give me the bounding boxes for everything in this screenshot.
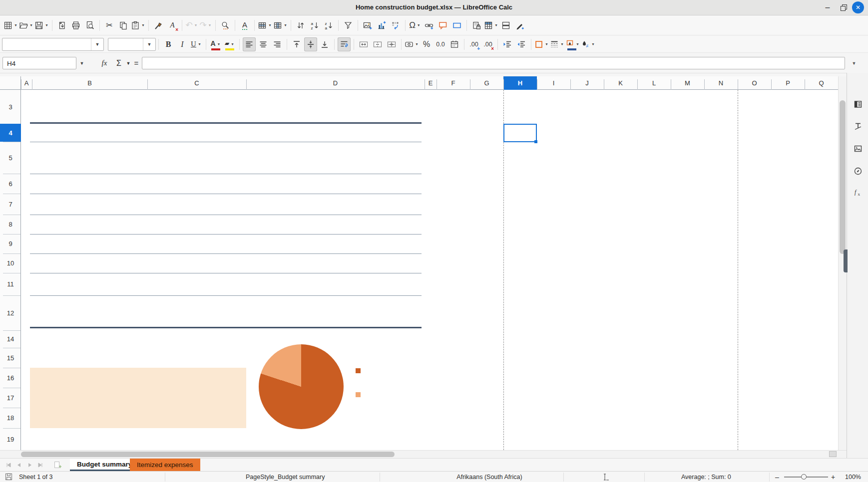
font-color-dropdown-icon[interactable]: ▾ [217,42,221,46]
special-character-button[interactable]: Ω▾ [409,18,422,32]
close-button[interactable]: ✕ [852,1,864,13]
sidebar-hide-grip[interactable] [844,249,848,272]
autofilter-button[interactable] [342,18,355,32]
bold-button[interactable]: B [162,37,175,51]
highlight-color-dropdown-icon[interactable]: ▾ [230,42,235,46]
export-pdf-button[interactable] [55,18,68,32]
redo-button[interactable]: ↷▾ [199,18,212,32]
redo-dropdown-icon[interactable]: ▾ [208,23,212,27]
column-header-G[interactable]: G [470,76,503,90]
merge-cells-button[interactable] [371,37,384,51]
column-button[interactable]: ▾ [273,18,288,32]
column-boundary[interactable] [704,79,705,90]
background-color-dropdown-icon[interactable]: ▾ [575,42,580,46]
new-dropdown-icon[interactable]: ▾ [13,23,18,27]
sort-button[interactable] [294,18,307,32]
sidebar-functions-icon[interactable]: fx [852,186,865,199]
column-boundary[interactable] [637,79,638,90]
zoom-out-button[interactable]: – [775,472,779,482]
align-left-button[interactable] [243,37,256,51]
document-modified-icon[interactable] [5,473,12,482]
column-header-L[interactable]: L [637,76,671,90]
sidebar-styles-icon[interactable] [852,120,865,133]
font-color-button[interactable]: A▾ [209,37,222,51]
column-boundary[interactable] [32,79,32,90]
center-vertically-button[interactable] [304,37,317,51]
column-header-O[interactable]: O [738,76,771,90]
sidebar-properties-icon[interactable] [852,98,865,111]
print-button[interactable] [69,18,82,32]
row-header-14[interactable]: 14 [0,330,21,348]
column-header-Q[interactable]: Q [805,76,838,90]
borders-button[interactable]: ▾ [534,37,549,51]
zoom-slider-thumb[interactable] [801,474,807,480]
text-box-button[interactable] [450,18,463,32]
page-style-status[interactable]: PageStyle_Budget summary [246,472,325,482]
row-header-12[interactable]: 12 [0,295,21,330]
cut-button[interactable]: ✂ [103,18,116,32]
conditional-formatting-button[interactable]: ≠▾ [581,37,595,51]
font-size-dropdown-icon[interactable]: ▼ [143,38,155,50]
column-dropdown-icon[interactable]: ▾ [283,23,288,27]
font-name-dropdown-icon[interactable]: ▼ [91,38,103,50]
vertical-scrollbar-thumb[interactable] [840,100,846,254]
column-boundary[interactable] [537,79,537,90]
column-boundary[interactable] [604,79,604,90]
highlight-color-button[interactable]: ▰▾ [223,37,236,51]
underline-dropdown-icon[interactable]: ▾ [197,42,202,46]
selection-sum-status[interactable]: Average: ; Sum: 0 [681,472,731,482]
column-boundary[interactable] [21,79,21,90]
row-header-15[interactable]: 15 [0,348,21,368]
copy-button[interactable] [117,18,130,32]
column-header-M[interactable]: M [671,76,704,90]
draw-functions-button[interactable] [513,18,526,32]
unmerge-cells-button[interactable] [385,37,398,51]
zoom-level[interactable]: 100% [845,472,861,482]
split-window-button[interactable] [499,18,512,32]
column-header-A[interactable]: A [21,76,32,90]
last-sheet-button[interactable] [36,461,46,470]
column-boundary[interactable] [503,79,504,90]
column-header-K[interactable]: K [604,76,637,90]
minimize-button[interactable]: – [821,1,834,13]
freeze-panes-dropdown-icon[interactable]: ▾ [494,23,498,27]
column-boundary[interactable] [425,79,425,90]
hyperlink-button[interactable] [423,18,435,32]
column-boundary[interactable] [805,79,805,90]
row-header-19[interactable]: 19 [0,428,21,450]
paste-dropdown-icon[interactable]: ▾ [141,23,145,27]
insert-pivot-table-button[interactable] [389,18,402,32]
delete-decimal-button[interactable]: .00× [481,37,494,51]
column-headers[interactable]: ABCDEFGHIJKLMNOPQ [0,76,838,90]
first-sheet-button[interactable] [3,461,13,470]
row-header-4[interactable]: 4 [0,124,21,142]
row-header-18[interactable]: 18 [0,408,21,428]
save-button[interactable]: ▾ [34,18,49,32]
align-right-button[interactable] [271,37,284,51]
column-boundary[interactable] [671,79,671,90]
row-header-17[interactable]: 17 [0,388,21,408]
column-boundary[interactable] [436,79,437,90]
decrease-indent-button[interactable] [515,37,528,51]
open-button[interactable]: ▾ [19,18,33,32]
scrollbar-corner-button[interactable] [829,451,837,457]
horizontal-scrollbar[interactable] [0,450,847,458]
font-size-combo[interactable]: ▼ [108,38,156,51]
column-header-N[interactable]: N [704,76,738,90]
wrap-text-button[interactable] [338,37,351,51]
column-header-F[interactable]: F [436,76,470,90]
clone-formatting-button[interactable] [152,18,165,32]
background-color-button[interactable]: ▾ [565,37,580,51]
print-preview-button[interactable] [83,18,96,32]
select-all-corner[interactable] [0,76,21,90]
row-header-9[interactable]: 9 [0,234,21,253]
sidebar-navigator-icon[interactable] [852,165,865,178]
column-boundary[interactable] [738,79,738,90]
language-status[interactable]: Afrikaans (South Africa) [449,472,529,482]
open-dropdown-icon[interactable]: ▾ [29,23,33,27]
column-boundary[interactable] [470,79,470,90]
border-style-dropdown-icon[interactable]: ▾ [560,42,564,46]
align-top-button[interactable] [290,37,303,51]
add-sheet-button[interactable] [52,461,63,470]
italic-button[interactable]: I [176,37,189,51]
